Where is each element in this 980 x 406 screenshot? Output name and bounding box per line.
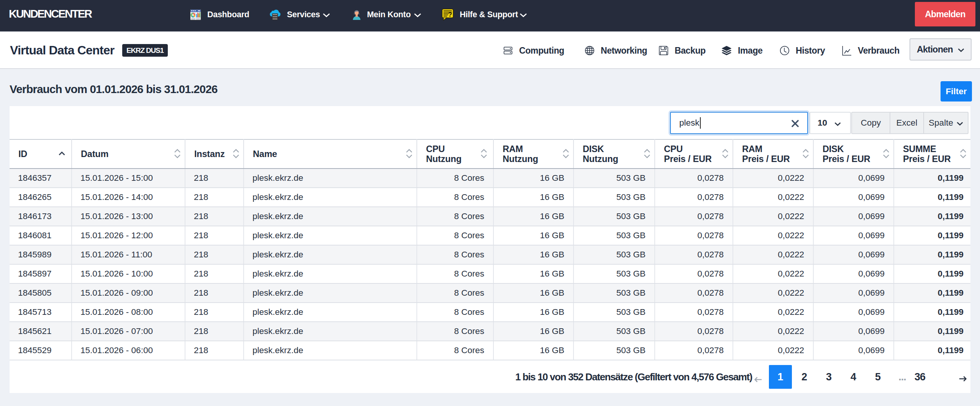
svg-text:?: ? [448,11,452,18]
